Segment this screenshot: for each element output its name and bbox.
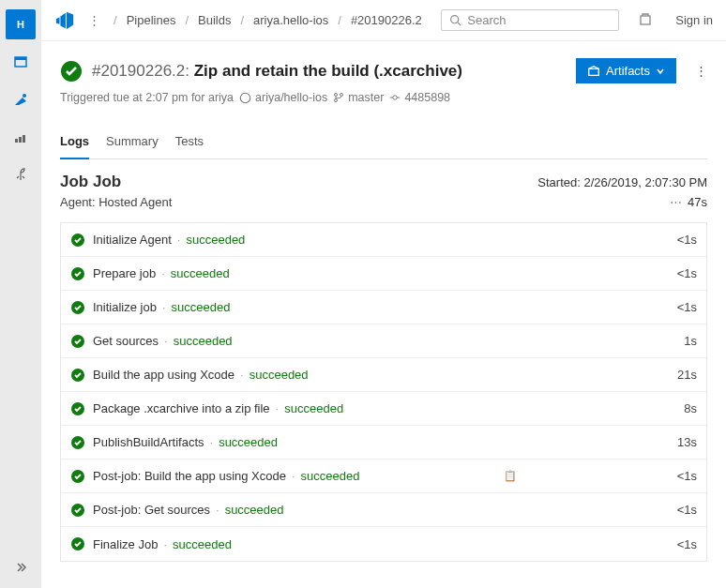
search-input[interactable]: Search: [441, 9, 619, 31]
step-duration: <1s: [677, 537, 697, 551]
more-icon[interactable]: ⋯: [670, 195, 682, 209]
more-actions-icon[interactable]: ⋮: [695, 64, 707, 78]
step-row[interactable]: PublishBuildArtifacts·succeeded13s: [61, 426, 706, 460]
job-header: Job Job Started: 2/26/2019, 2:07:30 PM: [60, 173, 707, 191]
step-name: Initialize Agent: [93, 233, 172, 247]
step-row[interactable]: Prepare job·succeeded<1s: [61, 257, 706, 291]
step-status: succeeded: [250, 368, 309, 382]
step-name: Get sources: [93, 334, 159, 348]
step-success-icon: [70, 266, 85, 281]
sidebar-collapse-icon[interactable]: [6, 552, 36, 582]
svg-rect-3: [15, 139, 18, 143]
breadcrumb-sep: /: [113, 13, 117, 27]
svg-point-13: [340, 94, 343, 97]
topbar: ⋮ / Pipelines / Builds / ariya.hello-ios…: [41, 0, 726, 41]
main: ⋮ / Pipelines / Builds / ariya.hello-ios…: [41, 0, 726, 588]
search-placeholder: Search: [467, 13, 506, 27]
svg-rect-5: [23, 135, 25, 143]
step-duration: <1s: [677, 469, 697, 483]
step-name: Build the app using Xcode: [93, 368, 234, 382]
step-row[interactable]: Build the app using Xcode·succeeded21s: [61, 358, 706, 392]
step-duration: <1s: [677, 503, 697, 517]
tab-summary[interactable]: Summary: [106, 128, 159, 158]
build-number: #20190226.2:: [92, 62, 189, 80]
marketplace-icon[interactable]: [634, 8, 657, 33]
svg-point-2: [23, 94, 26, 98]
svg-point-6: [451, 16, 459, 23]
step-duration: 8s: [684, 401, 697, 415]
build-name: Zip and retain the build (.xcarchive): [194, 62, 462, 80]
step-duration: 1s: [684, 334, 697, 348]
breadcrumb-item[interactable]: Pipelines: [127, 13, 176, 27]
sidebar-project-avatar[interactable]: H: [6, 9, 36, 39]
github-icon: [239, 92, 251, 104]
sidebar-builds-icon[interactable]: [6, 122, 36, 152]
step-status: succeeded: [172, 300, 231, 314]
commit-hash[interactable]: 4485898: [404, 91, 450, 104]
step-name: Finalize Job: [93, 537, 158, 551]
step-row[interactable]: Package .xcarchive into a zip file·succe…: [61, 392, 706, 426]
triggered-text: Triggered tue at 2:07 pm for ariya: [60, 91, 234, 104]
step-success-icon: [70, 536, 85, 551]
step-duration: <1s: [677, 300, 697, 314]
step-success-icon: [70, 435, 85, 450]
step-row[interactable]: Post-job: Get sources·succeeded<1s: [61, 493, 706, 527]
breadcrumb-sep: /: [240, 13, 244, 27]
breadcrumb-sep: /: [185, 13, 189, 27]
step-attachment-icon[interactable]: 📋: [504, 470, 517, 482]
svg-rect-9: [589, 68, 599, 75]
tab-tests[interactable]: Tests: [175, 128, 204, 158]
step-status: succeeded: [301, 469, 360, 483]
chevron-down-icon: [656, 67, 665, 76]
job-started: Started: 2/26/2019, 2:07:30 PM: [537, 175, 707, 189]
step-success-icon: [70, 368, 85, 383]
repo-link[interactable]: ariya/hello-ios: [255, 91, 327, 104]
sidebar: H: [0, 0, 41, 588]
sidebar-releases-icon[interactable]: [6, 159, 36, 189]
sidebar-overview-icon[interactable]: [6, 47, 36, 77]
breadcrumb-overflow-icon[interactable]: ⋮: [84, 13, 104, 27]
svg-rect-1: [15, 57, 26, 60]
azure-devops-logo: [54, 10, 75, 31]
step-success-icon: [70, 334, 85, 349]
step-success-icon: [70, 503, 85, 518]
step-duration: 13s: [677, 435, 697, 449]
step-duration: 21s: [677, 368, 697, 382]
step-status: succeeded: [174, 334, 233, 348]
step-row[interactable]: Get sources·succeeded1s: [61, 324, 706, 358]
svg-point-12: [335, 99, 338, 102]
step-status: succeeded: [219, 435, 278, 449]
artifacts-label: Artifacts: [606, 64, 650, 78]
steps-list: Initialize Agent·succeeded<1sPrepare job…: [60, 222, 707, 562]
artifacts-button[interactable]: Artifacts: [576, 58, 676, 83]
sidebar-pipelines-icon[interactable]: [6, 84, 36, 114]
step-duration: <1s: [677, 266, 697, 280]
build-title-bar: #20190226.2: Zip and retain the build (.…: [60, 58, 707, 83]
build-title: #20190226.2: Zip and retain the build (.…: [92, 62, 462, 81]
step-row[interactable]: Initialize Agent·succeeded<1s: [61, 223, 706, 257]
job-duration: 47s: [688, 195, 707, 209]
branch-name[interactable]: master: [348, 91, 384, 104]
step-success-icon: [70, 401, 85, 416]
build-subtitle: Triggered tue at 2:07 pm for ariya ariya…: [60, 91, 707, 104]
step-row[interactable]: Finalize Job·succeeded<1s: [61, 527, 706, 561]
status-success-icon: [60, 60, 83, 83]
signin-link[interactable]: Sign in: [675, 13, 713, 27]
step-status: succeeded: [225, 503, 284, 517]
step-row[interactable]: Initialize job·succeeded<1s: [61, 291, 706, 324]
breadcrumb-sep: /: [338, 13, 341, 27]
step-status: succeeded: [186, 233, 245, 247]
step-success-icon: [70, 300, 85, 315]
svg-point-11: [335, 94, 338, 97]
breadcrumb-item[interactable]: Builds: [198, 13, 231, 27]
tabs: Logs Summary Tests: [60, 128, 707, 159]
step-name: Initialize job: [93, 300, 157, 314]
commit-icon: [389, 92, 401, 103]
step-status: succeeded: [171, 266, 230, 280]
tab-logs[interactable]: Logs: [60, 128, 89, 159]
step-row[interactable]: Post-job: Build the app using Xcode·succ…: [61, 460, 706, 493]
breadcrumb-item[interactable]: ariya.hello-ios: [253, 13, 328, 27]
breadcrumb-item[interactable]: #20190226.2: [351, 13, 422, 27]
step-status: succeeded: [173, 537, 232, 551]
job-title: Job Job: [60, 173, 121, 191]
